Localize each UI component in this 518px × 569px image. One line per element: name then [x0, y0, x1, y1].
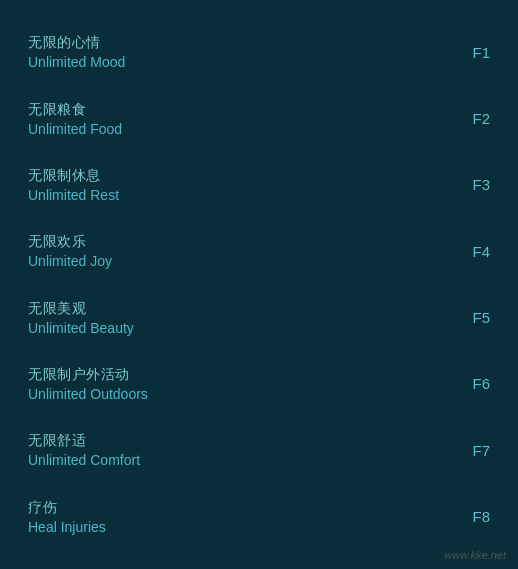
menu-item-left: 无限制户外活动Unlimited Outdoors [28, 366, 148, 402]
menu-item-left: 无限舒适Unlimited Comfort [28, 432, 140, 468]
menu-item-english-3: Unlimited Rest [28, 187, 119, 203]
menu-item-chinese-4: 无限欢乐 [28, 233, 112, 251]
menu-item-english-6: Unlimited Outdoors [28, 386, 148, 402]
menu-item-chinese-8: 疗伤 [28, 499, 106, 517]
menu-item-key-5: F5 [472, 309, 490, 326]
menu-item-english-4: Unlimited Joy [28, 253, 112, 269]
menu-item[interactable]: 无限美观Unlimited BeautyF5 [0, 296, 518, 340]
menu-item-english-5: Unlimited Beauty [28, 320, 134, 336]
menu-item-english-7: Unlimited Comfort [28, 452, 140, 468]
menu-item-key-7: F7 [472, 442, 490, 459]
menu-item[interactable]: 无限制休息Unlimited RestF3 [0, 163, 518, 207]
menu-item-chinese-2: 无限粮食 [28, 101, 122, 119]
menu-item[interactable]: 无限的心情Unlimited MoodF1 [0, 30, 518, 74]
menu-item-chinese-7: 无限舒适 [28, 432, 140, 450]
menu-list: 无限的心情Unlimited MoodF1无限粮食Unlimited FoodF… [0, 0, 518, 569]
menu-item-english-8: Heal Injuries [28, 519, 106, 535]
menu-item[interactable]: 无限欢乐Unlimited JoyF4 [0, 229, 518, 273]
menu-item-key-4: F4 [472, 243, 490, 260]
menu-item-chinese-3: 无限制休息 [28, 167, 119, 185]
menu-item-key-1: F1 [472, 44, 490, 61]
menu-item-english-2: Unlimited Food [28, 121, 122, 137]
menu-item-left: 无限粮食Unlimited Food [28, 101, 122, 137]
menu-item-left: 无限美观Unlimited Beauty [28, 300, 134, 336]
menu-item-left: 无限的心情Unlimited Mood [28, 34, 125, 70]
menu-item-chinese-6: 无限制户外活动 [28, 366, 148, 384]
menu-item-left: 无限制休息Unlimited Rest [28, 167, 119, 203]
menu-item[interactable]: 无限舒适Unlimited ComfortF7 [0, 428, 518, 472]
menu-item-key-6: F6 [472, 375, 490, 392]
menu-item[interactable]: 无限制户外活动Unlimited OutdoorsF6 [0, 362, 518, 406]
menu-item-key-3: F3 [472, 176, 490, 193]
menu-item-left: 无限欢乐Unlimited Joy [28, 233, 112, 269]
menu-item-chinese-5: 无限美观 [28, 300, 134, 318]
menu-item[interactable]: 无限粮食Unlimited FoodF2 [0, 97, 518, 141]
menu-item-left: 疗伤Heal Injuries [28, 499, 106, 535]
menu-item[interactable]: 疗伤Heal InjuriesF8 [0, 495, 518, 539]
menu-item-chinese-1: 无限的心情 [28, 34, 125, 52]
menu-item-english-1: Unlimited Mood [28, 54, 125, 70]
menu-item-key-2: F2 [472, 110, 490, 127]
menu-item-key-8: F8 [472, 508, 490, 525]
